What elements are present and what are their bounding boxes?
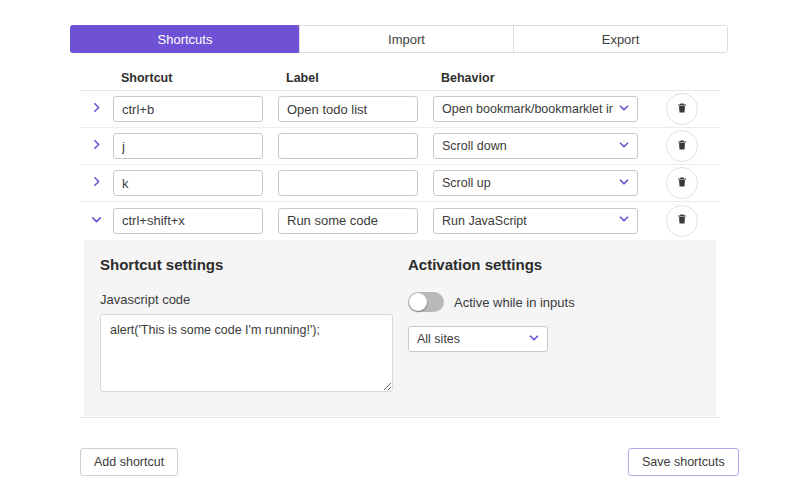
trash-icon (676, 139, 688, 154)
tab-export[interactable]: Export (513, 26, 727, 52)
behavior-select-value: Scroll up (442, 176, 491, 190)
behavior-select[interactable]: Scroll up (433, 170, 638, 196)
chevron-right-icon (90, 100, 103, 118)
chevron-down-icon (523, 331, 541, 348)
behavior-select-value: Scroll down (442, 139, 507, 153)
shortcut-settings-panel: Shortcut settings Javascript code alert(… (84, 240, 716, 416)
shortkeys-options-page: Shortcuts Import Export Shortcut Label B… (0, 0, 800, 500)
column-header-label: Label (278, 71, 418, 85)
table-row: Open bookmark/bookmarklet in cu (80, 91, 720, 128)
sites-select-value: All sites (417, 332, 460, 346)
chevron-down-icon (90, 212, 103, 230)
chevron-right-icon (90, 137, 103, 155)
table-row: Run JavaScript (80, 202, 720, 239)
collapse-row-button[interactable] (80, 202, 113, 239)
expand-row-button[interactable] (80, 165, 113, 201)
trash-icon (676, 102, 688, 117)
trash-icon (676, 213, 688, 228)
shortcuts-table: Shortcut Label Behavior Open bookmark/bo… (80, 66, 720, 239)
behavior-select-value: Open bookmark/bookmarklet in cu (442, 102, 613, 116)
chevron-right-icon (90, 174, 103, 192)
javascript-code-label: Javascript code (100, 292, 408, 307)
toggle-knob (409, 293, 427, 311)
delete-shortcut-button[interactable] (666, 130, 698, 162)
shortcut-input[interactable] (113, 133, 263, 159)
table-row: Scroll down (80, 128, 720, 165)
behavior-select[interactable]: Run JavaScript (433, 208, 638, 234)
expand-row-button[interactable] (80, 91, 113, 127)
shortcut-input[interactable] (113, 96, 263, 122)
chevron-down-icon (613, 138, 631, 155)
label-input[interactable] (278, 133, 418, 159)
sites-select[interactable]: All sites (408, 326, 548, 352)
active-while-in-inputs-label: Active while in inputs (454, 295, 575, 310)
shortcut-settings-title: Shortcut settings (100, 256, 408, 273)
shortcut-input[interactable] (113, 208, 263, 234)
delete-shortcut-button[interactable] (666, 93, 698, 125)
column-header-behavior: Behavior (433, 71, 638, 85)
chevron-down-icon (613, 175, 631, 192)
active-while-in-inputs-toggle[interactable] (408, 292, 444, 312)
trash-icon (676, 176, 688, 191)
javascript-code-textarea[interactable]: alert('This is some code I'm running!'); (100, 314, 393, 392)
chevron-down-icon (613, 212, 631, 229)
behavior-select[interactable]: Open bookmark/bookmarklet in cu (433, 96, 638, 122)
activation-settings-column: Activation settings Active while in inpu… (408, 256, 700, 400)
shortcut-input[interactable] (113, 170, 263, 196)
column-header-shortcut: Shortcut (113, 71, 263, 85)
save-shortcuts-button[interactable]: Save shortcuts (628, 448, 739, 476)
tab-import[interactable]: Import (299, 26, 513, 52)
chevron-down-icon (613, 101, 631, 118)
behavior-select[interactable]: Scroll down (433, 133, 638, 159)
expand-row-button[interactable] (80, 128, 113, 164)
tab-shortcuts[interactable]: Shortcuts (70, 25, 300, 53)
label-input[interactable] (278, 208, 418, 234)
label-input[interactable] (278, 170, 418, 196)
delete-shortcut-button[interactable] (666, 167, 698, 199)
table-row: Scroll up (80, 165, 720, 202)
shortcut-settings-column: Shortcut settings Javascript code alert(… (100, 256, 408, 400)
activation-settings-title: Activation settings (408, 256, 700, 273)
label-input[interactable] (278, 96, 418, 122)
add-shortcut-button[interactable]: Add shortcut (80, 448, 178, 476)
tab-bar: Shortcuts Import Export (70, 25, 728, 53)
table-header: Shortcut Label Behavior (80, 66, 720, 91)
behavior-select-value: Run JavaScript (442, 214, 527, 228)
delete-shortcut-button[interactable] (666, 205, 698, 237)
bottom-divider (80, 417, 720, 418)
